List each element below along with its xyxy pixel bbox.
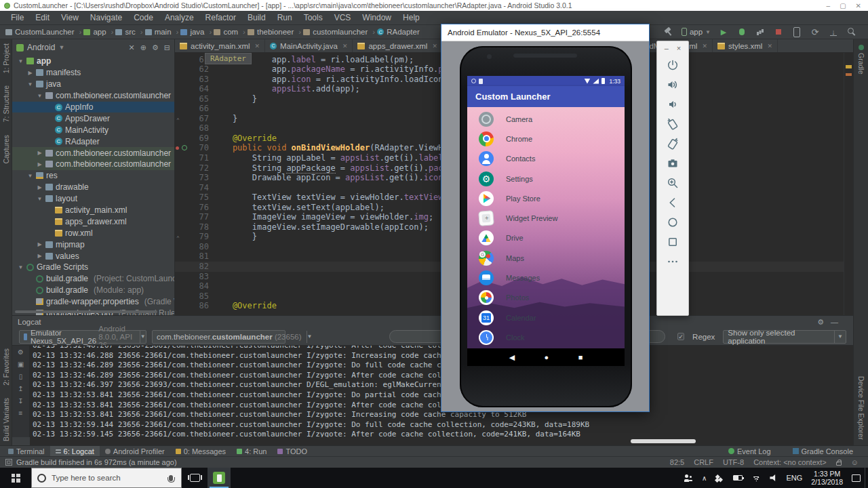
circle-cross-icon[interactable]: ✕ (128, 43, 134, 52)
menu-item-build[interactable]: Build (242, 12, 271, 24)
editor-scrollbar[interactable] (844, 53, 853, 315)
menu-item-navigate[interactable]: Navigate (85, 12, 127, 24)
tree-chevron-icon[interactable]: ▼ (37, 196, 43, 202)
breadcrumb-item-src[interactable]: src› (115, 28, 142, 36)
close-icon[interactable]: ✕ (255, 43, 260, 49)
dropbox-icon[interactable] (715, 474, 724, 482)
override-marker-icon[interactable] (182, 145, 187, 150)
microphone-icon[interactable] (169, 475, 173, 481)
tool-button-terminal[interactable]: Terminal (3, 446, 50, 456)
battery-icon[interactable] (733, 475, 743, 481)
tree-node-build-gradle[interactable]: build.gradle(Module: app) (12, 285, 174, 296)
minimize-icon[interactable]: – (827, 2, 831, 9)
emulator-volume-down-button[interactable] (663, 94, 682, 114)
close-icon[interactable]: ✕ (856, 2, 861, 9)
tree-chevron-icon[interactable]: ▶ (37, 241, 43, 247)
breadcrumb-item-app[interactable]: app› (83, 28, 113, 36)
event-log-button[interactable]: Event Log (723, 447, 776, 455)
app-row-maps[interactable]: Maps (467, 248, 625, 268)
close-icon[interactable]: ✕ (702, 43, 707, 49)
emulator-minimize-button[interactable]: – (665, 44, 669, 52)
scroll-down-icon[interactable]: ↧ (18, 397, 23, 405)
menu-item-code[interactable]: Code (128, 12, 159, 24)
stop-icon[interactable] (773, 26, 784, 37)
app-row-widget-preview[interactable]: Widget Preview (467, 208, 625, 228)
tree-node-com-thebioneer-customlauncher[interactable]: ▶com.thebioneer.customlauncher(android… (12, 147, 174, 159)
emulator-more-button[interactable] (663, 251, 682, 271)
build-hammer-icon[interactable] (663, 26, 674, 37)
avd-manager-icon[interactable] (791, 26, 802, 37)
hector-icon[interactable]: ☺ (851, 458, 859, 466)
toolwindow-switcher-icon[interactable] (5, 459, 12, 466)
minimize-icon[interactable]: — (831, 318, 838, 327)
menu-item-analyze[interactable]: Analyze (159, 12, 199, 24)
tree-node-gradle-scripts[interactable]: ▼Gradle Scripts (12, 262, 174, 273)
breadcrumb-item-customlauncher[interactable]: CustomLauncher› (5, 28, 81, 36)
editor-tab-apps-drawer-xml[interactable]: apps_drawer.xml✕ (353, 39, 442, 52)
logcat-horizontal-scrollbar[interactable] (30, 437, 853, 445)
editor-tab-mainactivity-java[interactable]: CMainActivity.java✕ (265, 39, 353, 52)
tool-button-4-run[interactable]: 4: Run (231, 446, 272, 456)
menu-item-window[interactable]: Window (357, 12, 397, 24)
run-config-select[interactable]: app▼ (682, 26, 711, 37)
menu-item-run[interactable]: Run (272, 12, 298, 24)
tree-node-com-thebioneer-customlauncher[interactable]: ▼com.thebioneer.customlauncher (12, 90, 174, 102)
breadcrumb-item-thebioneer[interactable]: thebioneer› (248, 28, 301, 36)
emulator-home-button[interactable] (663, 212, 682, 232)
sdk-manager-icon[interactable] (828, 26, 839, 37)
tool-button--structure[interactable]: 7: Structure (2, 85, 10, 122)
emulator-volume-up-button[interactable] (663, 75, 682, 94)
tree-node-app[interactable]: ▼app (12, 56, 174, 67)
trash-icon[interactable]: ▯ (19, 373, 23, 380)
tree-node-res[interactable]: ▼res (12, 170, 174, 182)
context-indicator[interactable]: Context: <no context> (753, 458, 827, 466)
locate-icon[interactable]: ⊕ (140, 43, 146, 52)
gradle-sync-icon[interactable]: ⟳ (810, 26, 821, 37)
breadcrumb-item-radapter[interactable]: CRAdapter (377, 28, 420, 36)
run-icon[interactable]: ▶ (718, 26, 729, 37)
profiler-icon[interactable] (755, 26, 766, 37)
close-icon[interactable]: ✕ (342, 43, 348, 49)
tool-button-android-profiler[interactable]: Android Profiler (100, 446, 170, 456)
tree-node-values[interactable]: ▶values (12, 250, 174, 262)
emulator-rotate-right-button[interactable] (663, 134, 682, 153)
close-icon[interactable]: ✕ (767, 43, 772, 49)
close-icon[interactable]: ✕ (432, 43, 437, 49)
device-select[interactable]: Emulator Nexus_5X_API_26 Android 8.0.0, … (19, 330, 146, 344)
tool-button-6-logcat[interactable]: 6: Logcat (50, 446, 100, 456)
breadcrumb-item-java[interactable]: java› (180, 28, 212, 36)
taskbar-clock[interactable]: 1:33 PM 2/13/2018 (811, 470, 843, 486)
editor-tab-activity-main-xml[interactable]: activity_main.xml✕ (175, 39, 265, 52)
tree-node-layout[interactable]: ▼layout (12, 193, 174, 205)
emulator-rotate-left-button[interactable] (663, 114, 682, 134)
emulator-power-button[interactable] (663, 55, 682, 75)
tree-chevron-icon[interactable]: ▼ (37, 93, 43, 99)
tool-button-captures[interactable]: Captures (2, 135, 10, 164)
emulator-close-button[interactable]: × (677, 44, 681, 52)
volume-icon[interactable] (770, 474, 777, 481)
file-encoding[interactable]: UTF-8 (723, 458, 744, 466)
tree-chevron-icon[interactable]: ▼ (18, 58, 24, 64)
gear-icon[interactable]: ⚙ (18, 348, 24, 356)
tree-chevron-icon[interactable]: ▶ (37, 184, 43, 190)
tool-button--project[interactable]: 1: Project (2, 43, 10, 73)
back-button[interactable]: ◀ (509, 353, 515, 362)
tool-button-todo[interactable]: TODO (272, 446, 313, 456)
menu-item-view[interactable]: View (56, 12, 84, 24)
tool-button--favorites[interactable]: 2: Favorites (2, 348, 10, 386)
taskbar-android-studio-button[interactable] (208, 468, 231, 488)
app-row-contacts[interactable]: Contacts (467, 149, 625, 169)
tree-node-mipmap[interactable]: ▶mipmap (12, 239, 174, 250)
search-everywhere-icon[interactable] (846, 26, 857, 37)
app-row-drive[interactable]: Drive (467, 228, 625, 248)
snapshot-icon[interactable]: ▣ (18, 361, 24, 368)
tree-chevron-icon[interactable]: ▶ (27, 70, 33, 76)
tool-button-gradle[interactable]: Gradle (857, 53, 865, 75)
emulator-titlebar[interactable]: Android Emulator - Nexus_5X_API_26:5554 (441, 24, 649, 41)
breadcrumb-item-customlauncher[interactable]: customlauncher› (303, 28, 375, 36)
wrap-icon[interactable]: ≡ (19, 409, 23, 417)
logcat-filter-select[interactable]: Show only selected application ▼ (723, 330, 846, 344)
project-horizontal-scrollbar[interactable] (15, 310, 157, 313)
tree-node-row-xml[interactable]: row.xml (12, 227, 174, 239)
breadcrumb-item-com[interactable]: com› (214, 28, 245, 36)
